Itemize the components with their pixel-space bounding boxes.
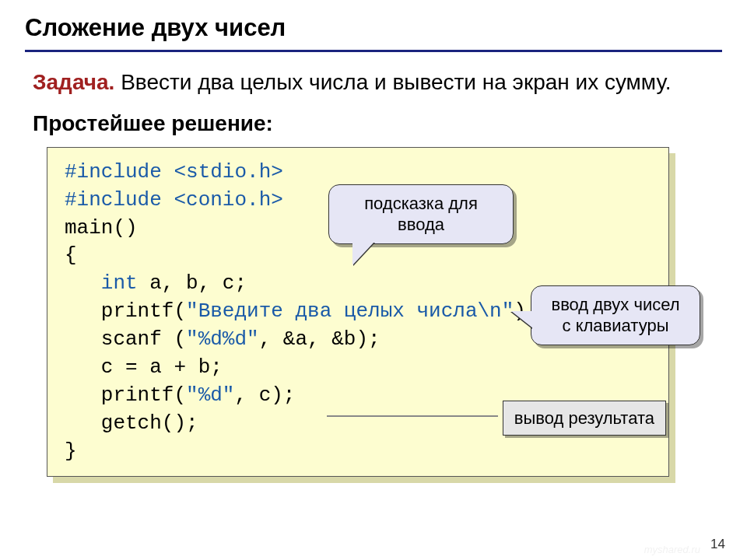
watermark: myshared.ru [644,544,700,555]
code-include2-hdr: <conio.h> [174,188,282,212]
code-scanf-c: , &a, &b); [259,327,381,351]
connector-output [327,415,498,417]
code-printf1-a: printf( [65,299,186,323]
code-printf2-a: printf( [65,383,186,407]
callout-hint-text: подсказка для ввода [364,194,478,235]
page-number: 14 [710,537,725,552]
solution-heading: Простейшее решение: [33,111,722,136]
task-label: Задача. [33,70,114,94]
task-text: Ввести два целых числа и вывести на экра… [114,70,671,94]
code-assign: c = a + b; [65,355,223,379]
callout-input: ввод двух чисел с клавиатуры [531,285,700,345]
task-paragraph: Задача. Ввести два целых числа и вывести… [33,68,722,97]
callout-hint: подсказка для ввода [328,184,514,244]
code-getch: getch(); [65,411,198,435]
code-include1-kw: #include [65,160,174,184]
code-int-kw: int [101,271,138,295]
code-vars: a, b, c; [138,271,247,295]
code-brace-close: } [65,439,77,463]
code-brace-open: { [65,243,77,267]
code-scanf-str: "%d%d" [186,327,259,351]
code-include2-kw: #include [65,188,174,212]
code-printf1-str: "Введите два целых числа\n" [186,299,514,323]
code-main: main() [65,216,138,240]
slide: Сложение двух чисел Задача. Ввести два ц… [0,0,747,560]
callout-input-text: ввод двух чисел с клавиатуры [551,295,679,336]
callout-output: вывод результата [503,401,666,436]
code-scanf-a: scanf ( [65,327,186,351]
code-printf2-c: , c); [234,383,295,407]
callout-output-text: вывод результата [514,408,654,428]
code-block-container: #include <stdio.h> #include <conio.h> ma… [47,147,669,478]
slide-title: Сложение двух чисел [25,14,722,52]
code-printf2-str: "%d" [186,383,234,407]
code-indent1 [65,271,101,295]
code-include1-hdr: <stdio.h> [174,160,282,184]
